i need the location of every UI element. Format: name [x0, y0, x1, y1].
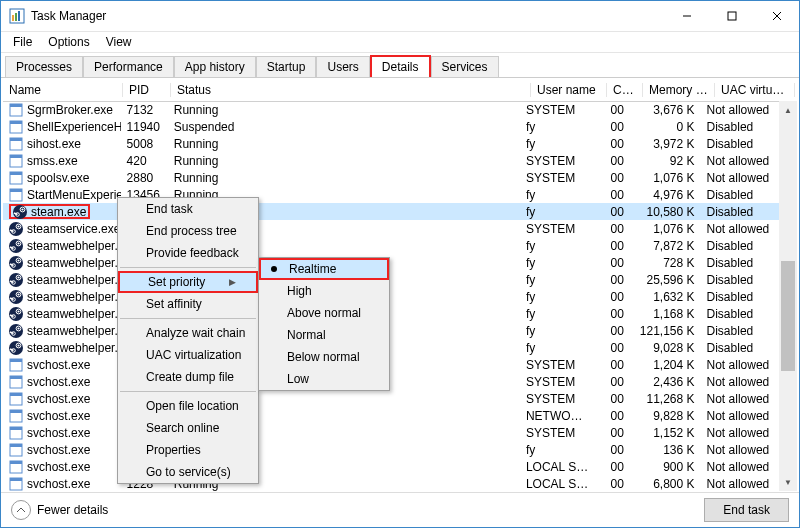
- svg-point-40: [9, 273, 23, 287]
- close-button[interactable]: [754, 1, 799, 31]
- tab-startup[interactable]: Startup: [256, 56, 317, 77]
- cell-mem: 3,972 K: [630, 137, 701, 151]
- app-icon: [9, 460, 23, 474]
- cell-mem: 25,596 K: [630, 273, 701, 287]
- ctx-item[interactable]: Provide feedback: [118, 242, 258, 264]
- ctx-item[interactable]: Analyze wait chain: [118, 322, 258, 344]
- col-pid[interactable]: PID: [123, 83, 171, 97]
- table-row[interactable]: smss.exe420RunningSYSTEM0092 KNot allowe…: [3, 152, 779, 169]
- maximize-button[interactable]: [709, 1, 754, 31]
- cell-cpu: 00: [594, 137, 629, 151]
- svg-rect-72: [10, 410, 22, 413]
- scroll-thumb[interactable]: [781, 261, 795, 371]
- cell-mem: 6,800 K: [630, 477, 701, 491]
- table-row[interactable]: SgrmBroker.exe7132RunningSYSTEM003,676 K…: [3, 101, 779, 118]
- svg-point-22: [21, 208, 23, 210]
- fewer-details-button[interactable]: Fewer details: [11, 500, 108, 520]
- col-user[interactable]: User name: [531, 83, 607, 97]
- process-name: steamwebhelper.ex: [27, 324, 121, 338]
- priority-item[interactable]: High: [259, 280, 389, 302]
- ctx-item[interactable]: Search online: [118, 417, 258, 439]
- ctx-item[interactable]: Create dump file: [118, 366, 258, 388]
- scrollbar[interactable]: ▲ ▼: [779, 101, 797, 491]
- cell-uac: Disabled: [701, 256, 779, 270]
- cell-cpu: 00: [594, 443, 629, 457]
- cell-uac: Disabled: [701, 137, 779, 151]
- tab-services[interactable]: Services: [431, 56, 499, 77]
- table-row[interactable]: spoolsv.exe2880RunningSYSTEM001,076 KNot…: [3, 169, 779, 186]
- ctx-item[interactable]: End process tree: [118, 220, 258, 242]
- minimize-button[interactable]: [664, 1, 709, 31]
- scroll-up-icon[interactable]: ▲: [779, 101, 797, 119]
- tab-details[interactable]: Details: [370, 55, 431, 77]
- ctx-item[interactable]: Properties: [118, 439, 258, 461]
- priority-item[interactable]: Realtime: [259, 258, 389, 280]
- ctx-item[interactable]: Set priority▶: [118, 271, 258, 293]
- priority-item-label: Low: [287, 372, 309, 386]
- table-row[interactable]: sihost.exe5008Runningfy003,972 KDisabled: [3, 135, 779, 152]
- col-status[interactable]: Status: [171, 83, 531, 97]
- svg-rect-80: [10, 478, 22, 481]
- svg-point-55: [9, 324, 23, 338]
- svg-point-20: [13, 205, 27, 219]
- ctx-item[interactable]: Open file location: [118, 395, 258, 417]
- cell-pid: 420: [121, 154, 168, 168]
- cell-uac: Disabled: [701, 205, 779, 219]
- priority-item[interactable]: Normal: [259, 324, 389, 346]
- cell-user: LOCAL SE...: [520, 477, 595, 491]
- cell-mem: 1,204 K: [630, 358, 701, 372]
- priority-item[interactable]: Above normal: [259, 302, 389, 324]
- cell-uac: Disabled: [701, 324, 779, 338]
- scroll-down-icon[interactable]: ▼: [779, 473, 797, 491]
- svg-point-25: [9, 222, 23, 236]
- cell-user: fy: [520, 205, 595, 219]
- col-uac[interactable]: UAC virtualizat...: [715, 83, 795, 97]
- cell-uac: Disabled: [701, 239, 779, 253]
- svg-rect-17: [10, 172, 22, 175]
- tab-performance[interactable]: Performance: [83, 56, 174, 77]
- ctx-item[interactable]: End task: [118, 198, 258, 220]
- steam-icon: [9, 273, 23, 287]
- cell-user: fy: [520, 341, 595, 355]
- cell-uac: Not allowed: [701, 375, 779, 389]
- process-name: steamservice.exe: [27, 222, 120, 236]
- tab-app-history[interactable]: App history: [174, 56, 256, 77]
- cell-user: fy: [520, 290, 595, 304]
- ctx-item[interactable]: UAC virtualization: [118, 344, 258, 366]
- cell-cpu: 00: [594, 324, 629, 338]
- end-task-button[interactable]: End task: [704, 498, 789, 522]
- table-row[interactable]: ShellExperienceHost...11940Suspendedfy00…: [3, 118, 779, 135]
- process-name: svchost.exe: [27, 443, 90, 457]
- tabbar: Processes Performance App history Startu…: [1, 53, 799, 78]
- ctx-item[interactable]: Set affinity: [118, 293, 258, 315]
- priority-item-label: High: [287, 284, 312, 298]
- chevron-right-icon: ▶: [229, 277, 236, 287]
- cell-mem: 1,076 K: [630, 222, 701, 236]
- priority-item[interactable]: Below normal: [259, 346, 389, 368]
- process-name: steam.exe: [31, 205, 86, 219]
- cell-mem: 92 K: [630, 154, 701, 168]
- context-menu: End taskEnd process treeProvide feedback…: [117, 197, 259, 484]
- process-name: steamwebhelper.ex: [27, 256, 121, 270]
- cell-status: Running: [168, 171, 520, 185]
- menu-file[interactable]: File: [5, 33, 40, 51]
- menu-view[interactable]: View: [98, 33, 140, 51]
- col-cpu[interactable]: CPU: [607, 83, 643, 97]
- titlebar: Task Manager: [1, 1, 799, 32]
- priority-item[interactable]: Low: [259, 368, 389, 390]
- cell-cpu: 00: [594, 409, 629, 423]
- process-name: SgrmBroker.exe: [27, 103, 113, 117]
- ctx-item[interactable]: Go to service(s): [118, 461, 258, 483]
- cell-user: fy: [520, 273, 595, 287]
- cell-pid: 7132: [121, 103, 168, 117]
- col-name[interactable]: Name: [3, 83, 123, 97]
- tab-processes[interactable]: Processes: [5, 56, 83, 77]
- menu-options[interactable]: Options: [40, 33, 97, 51]
- cell-uac: Disabled: [701, 290, 779, 304]
- svg-point-35: [9, 256, 23, 270]
- col-mem[interactable]: Memory (a...: [643, 83, 715, 97]
- tab-users[interactable]: Users: [316, 56, 369, 77]
- cell-status: Suspended: [168, 120, 520, 134]
- cell-status: Running: [168, 137, 520, 151]
- cell-mem: 2,436 K: [630, 375, 701, 389]
